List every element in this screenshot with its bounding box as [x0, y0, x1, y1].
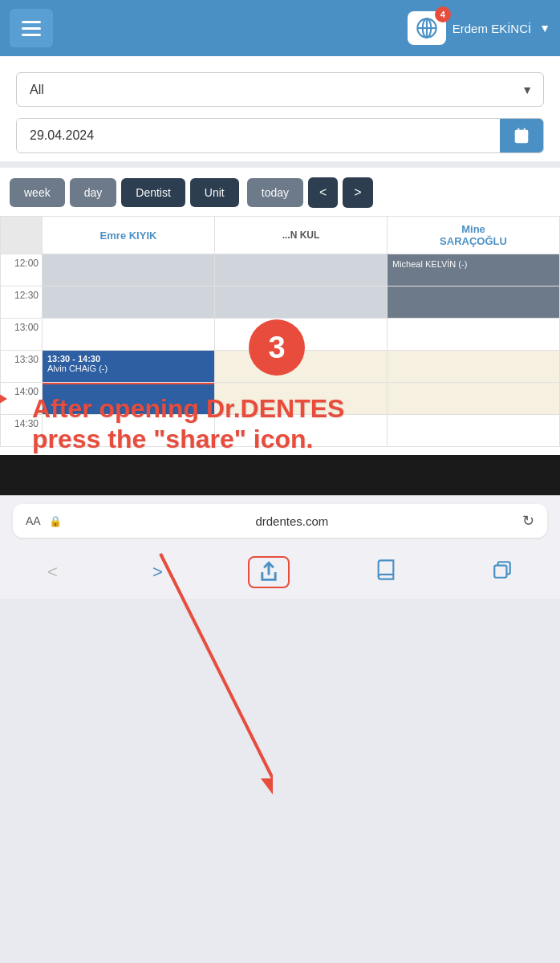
notification-badge: 4	[435, 6, 451, 22]
appointment-micheal[interactable]: Micheal KELVİN (-)	[388, 254, 559, 286]
header-right: 4 Erdem EKİNCİ ▼	[408, 11, 550, 45]
today-button[interactable]: today	[247, 178, 303, 207]
safari-refresh-button[interactable]: ↻	[522, 512, 534, 530]
safari-bar: AA 🔒 drdentes.com ↻	[0, 495, 560, 551]
dentist-col-3-header: MineSARAÇOĞLU	[388, 217, 560, 254]
safari-aa-label[interactable]: AA	[26, 514, 41, 527]
annotation-line-2: press the "share" icon.	[32, 424, 344, 454]
time-label-1200: 12:00	[1, 254, 43, 286]
slot-emre-1200[interactable]	[43, 254, 215, 286]
calendar-icon	[513, 127, 530, 144]
annotation-line-1: After opening Dr.DENTES	[32, 393, 344, 424]
slot-mine-1400[interactable]	[388, 383, 560, 415]
next-nav-button[interactable]: >	[343, 177, 372, 208]
slot-mine-1330[interactable]	[388, 351, 560, 383]
dentist-view-button[interactable]: Dentist	[121, 178, 185, 207]
dark-separator-bar	[0, 455, 560, 495]
svg-rect-9	[521, 137, 523, 140]
safari-url-bar[interactable]: AA 🔒 drdentes.com ↻	[13, 504, 547, 538]
hamburger-icon	[22, 21, 41, 36]
svg-marker-11	[261, 778, 273, 794]
hamburger-menu-button[interactable]	[10, 9, 53, 47]
week-view-button[interactable]: week	[10, 178, 65, 207]
appointment-micheal-text: Micheal KELVİN (-)	[392, 259, 467, 269]
slot-mine-1430[interactable]	[388, 415, 560, 447]
username-label: Erdem EKİNCİ	[452, 22, 531, 35]
slot-kul-1230[interactable]	[215, 286, 388, 319]
svg-rect-8	[517, 137, 520, 140]
tabs-icon	[492, 559, 513, 580]
prev-nav-button[interactable]: <	[308, 177, 338, 208]
filter-area: All ▼	[0, 56, 560, 161]
svg-rect-12	[494, 566, 506, 578]
dentist-filter-select[interactable]: All	[16, 72, 544, 107]
time-header	[1, 217, 43, 254]
day-view-button[interactable]: day	[70, 178, 117, 207]
dentist-col-1-header: Emre KIYIK	[43, 217, 215, 254]
calendar-open-button[interactable]	[500, 119, 543, 152]
share-icon	[258, 561, 280, 583]
date-input[interactable]	[17, 119, 500, 152]
header: 4 Erdem EKİNCİ ▼	[0, 0, 560, 56]
time-label-1330: 13:30	[1, 351, 43, 383]
unit-view-button[interactable]: Unit	[190, 178, 239, 207]
safari-tabs-button[interactable]	[482, 555, 522, 590]
step-indicator-circle: 3	[249, 319, 305, 376]
dentist-col-2-header: ...N KUL	[215, 217, 388, 254]
safari-forward-button[interactable]: >	[143, 557, 172, 587]
slot-emre-1230[interactable]	[43, 286, 215, 319]
safari-toolbar: < >	[0, 551, 560, 599]
safari-back-button[interactable]: <	[38, 557, 67, 587]
slot-mine-1200[interactable]: Micheal KELVİN (-)	[388, 254, 560, 286]
slot-emre-1300[interactable]	[43, 319, 215, 351]
time-label-1300: 13:00	[1, 319, 43, 351]
svg-rect-4	[515, 130, 529, 144]
date-input-wrapper	[16, 118, 544, 153]
slot-mine-1230[interactable]	[388, 286, 560, 319]
appointment-alvin-time: 13:30 - 14:30	[47, 354, 209, 364]
slot-emre-1330[interactable]: 13:30 - 14:30 Alvin CHAiG (-)	[43, 351, 215, 383]
globe-icon	[416, 17, 438, 39]
safari-bookmarks-button[interactable]	[365, 554, 407, 591]
table-row: 12:30	[1, 286, 560, 319]
dentist-filter-wrapper: All ▼	[16, 72, 544, 107]
view-toggle-bar: week day Dentist Unit today < >	[0, 168, 560, 216]
safari-url-text[interactable]: drdentes.com	[70, 514, 514, 528]
slot-kul-1200[interactable]	[215, 254, 388, 286]
user-menu-chevron[interactable]: ▼	[539, 22, 550, 35]
time-label-1230: 12:30	[1, 286, 43, 319]
step-number: 3	[268, 331, 285, 365]
annotation-text: After opening Dr.DENTES press the "share…	[32, 393, 344, 455]
notifications-globe[interactable]: 4	[408, 11, 446, 45]
share-button-wrapper	[248, 556, 290, 588]
table-row: 12:00 Micheal KELVİN (-)	[1, 254, 560, 286]
appointment-alvin-name: Alvin CHAiG (-)	[47, 364, 209, 373]
lock-icon: 🔒	[49, 515, 62, 527]
slot-mine-1300[interactable]	[388, 319, 560, 351]
book-icon	[375, 559, 397, 581]
safari-share-button[interactable]	[248, 556, 290, 588]
